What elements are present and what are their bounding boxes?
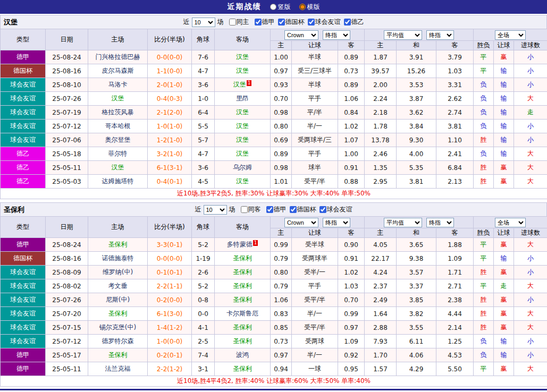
league-checkbox[interactable] — [290, 206, 297, 213]
league-filter[interactable]: 德国杯 — [278, 18, 305, 27]
league-checkbox[interactable] — [319, 206, 326, 213]
match-score[interactable]: 1-0(1-0) — [148, 120, 192, 133]
away-team[interactable]: 汉堡 — [215, 106, 271, 120]
away-team[interactable]: 汉堡 — [215, 147, 271, 161]
league-filter[interactable]: 德乙 — [344, 18, 364, 27]
home-team[interactable]: 尼斯(中) — [88, 293, 148, 307]
home-team[interactable]: 汉堡 — [88, 92, 148, 106]
away-team[interactable]: 里昂 — [215, 92, 271, 106]
home-team[interactable]: 门兴格拉德巴赫 — [88, 50, 148, 64]
scope-select[interactable]: 全场 — [495, 30, 526, 40]
match-score[interactable]: 0-0(0-0) — [148, 50, 192, 64]
same-venue-filter[interactable]: 同主 — [229, 18, 249, 27]
home-team[interactable]: 圣保利 — [88, 348, 148, 362]
match-score[interactable]: 0-4(0-3) — [148, 92, 192, 106]
match-score[interactable]: 1-1(0-0) — [148, 64, 192, 78]
away-team[interactable]: 多特蒙德1 — [215, 238, 271, 252]
match-score[interactable]: 0-0(0-0) — [148, 252, 192, 266]
match-score[interactable]: 3-2(1-0) — [148, 147, 192, 161]
away-team[interactable]: 圣保利 — [215, 335, 271, 348]
match-score[interactable]: 3-3(0-1) — [148, 238, 192, 252]
match-score[interactable]: 0-2(0-1) — [148, 348, 192, 362]
home-team[interactable]: 格拉茨风暴 — [88, 106, 148, 120]
match-score[interactable]: 2-1(2-0) — [148, 106, 192, 120]
match-score[interactable]: 2-2(1-1) — [148, 279, 192, 293]
home-team[interactable]: 圣保利 — [88, 307, 148, 321]
home-team[interactable]: 达姆施塔特 — [88, 175, 148, 189]
league-checkbox[interactable] — [255, 19, 262, 25]
league-checkbox[interactable] — [266, 206, 273, 213]
handicap-result: 输 — [494, 147, 514, 161]
corner-score: 0-0 — [192, 307, 215, 321]
away-team[interactable]: 汉堡 — [215, 50, 271, 64]
avg-stage-select[interactable]: 终指 — [426, 30, 454, 40]
league-filter[interactable]: 球会友谊 — [308, 18, 341, 27]
league-filter[interactable]: 德甲 — [266, 205, 287, 214]
away-team[interactable]: 汉堡 — [215, 120, 271, 133]
match-score[interactable]: 1-2(1-0) — [148, 133, 192, 147]
match-score[interactable]: 2-0(1-0) — [148, 78, 192, 92]
odds-stage-select[interactable]: 终指 — [323, 30, 350, 40]
avg-stage-select[interactable]: 终指 — [426, 218, 454, 227]
away-team[interactable]: 波鸿 — [215, 348, 271, 362]
league-filter[interactable]: 德甲 — [255, 18, 275, 27]
away-team[interactable]: 圣保利 — [215, 252, 271, 266]
layout-radio[interactable] — [270, 4, 276, 10]
home-team[interactable]: 诺德施泰特 — [88, 252, 148, 266]
home-team[interactable]: 考文垂 — [88, 279, 148, 293]
bookmaker-select[interactable]: Crown — [284, 30, 318, 40]
match-score[interactable]: 0-1(0-1) — [148, 266, 192, 279]
league-filter[interactable]: 球会友谊 — [319, 205, 352, 214]
home-team[interactable]: 锡尔克堡(中) — [88, 321, 148, 335]
same-venue-checkbox[interactable] — [229, 19, 236, 25]
away-team[interactable]: 乌尔姆 — [215, 161, 271, 175]
league-checkbox[interactable] — [344, 19, 351, 25]
home-team[interactable]: 法兰克福 — [88, 362, 148, 376]
avg-draw-odds: 3.57 — [397, 266, 436, 279]
match-date: 25-05-11 — [46, 161, 88, 175]
match-score[interactable]: 2-2(1-2) — [148, 362, 192, 376]
league-checkbox[interactable] — [308, 19, 315, 25]
home-team[interactable]: 菲尔特 — [88, 147, 148, 161]
home-team[interactable]: 奥尔登堡 — [88, 133, 148, 147]
away-team[interactable]: 圣保利 — [215, 279, 271, 293]
home-team[interactable]: 圣保利 — [88, 238, 148, 252]
average-select[interactable]: 平均值 — [384, 218, 422, 227]
match-score[interactable]: 0-2(0-0) — [148, 293, 192, 307]
match-score[interactable]: 1-4(1-2) — [148, 321, 192, 335]
home-team[interactable]: 维罗纳(中) — [88, 266, 148, 279]
league-filter[interactable]: 德国杯 — [290, 205, 316, 214]
match-count-select[interactable]: 10 — [204, 205, 227, 215]
match-score[interactable]: 6-1(3-0) — [148, 307, 192, 321]
scope-select[interactable]: 全场 — [495, 218, 526, 227]
home-team[interactable]: 德罗特尔森 — [88, 335, 148, 348]
average-select[interactable]: 平均值 — [384, 30, 422, 40]
match-score[interactable]: 6-1(3-1) — [148, 161, 192, 175]
home-team[interactable]: 皮尔马森斯 — [88, 64, 148, 78]
away-team[interactable]: 圣保利 — [215, 362, 271, 376]
avg-home-odds: 1.57 — [365, 362, 397, 376]
away-team[interactable]: 汉堡 — [215, 133, 271, 147]
away-team[interactable]: 汉堡 — [215, 175, 271, 189]
match-score[interactable]: 0-4(0-1) — [148, 175, 192, 189]
odds-stage-select[interactable]: 终指 — [323, 218, 350, 227]
same-venue-filter[interactable]: 同客 — [241, 205, 261, 214]
league-checkbox[interactable] — [278, 19, 285, 25]
away-team[interactable]: 圣保利 — [215, 321, 271, 335]
layout-radio[interactable] — [299, 4, 306, 10]
home-team[interactable]: 马洛卡 — [88, 78, 148, 92]
away-team[interactable]: 圣保利 — [215, 266, 271, 279]
bookmaker-select[interactable]: Crown — [284, 218, 318, 227]
match-count-select[interactable]: 10 — [192, 18, 215, 27]
layout-option-vertical[interactable]: 竖版 — [270, 3, 291, 12]
away-team[interactable]: 汉堡1 — [215, 78, 271, 92]
same-venue-checkbox[interactable] — [241, 206, 248, 213]
home-team[interactable]: 汉堡 — [88, 161, 148, 175]
home-team[interactable]: 哥本哈根 — [88, 120, 148, 133]
away-team[interactable]: 圣保利 — [215, 293, 271, 307]
away-team[interactable]: 卡尔斯鲁厄 — [215, 307, 271, 321]
layout-option-horizontal[interactable]: 横版 — [299, 3, 320, 12]
avg-draw-odds: 3.53 — [397, 78, 436, 92]
away-team[interactable]: 汉堡 — [215, 64, 271, 78]
match-score[interactable]: 1-0(0-0) — [148, 335, 192, 348]
